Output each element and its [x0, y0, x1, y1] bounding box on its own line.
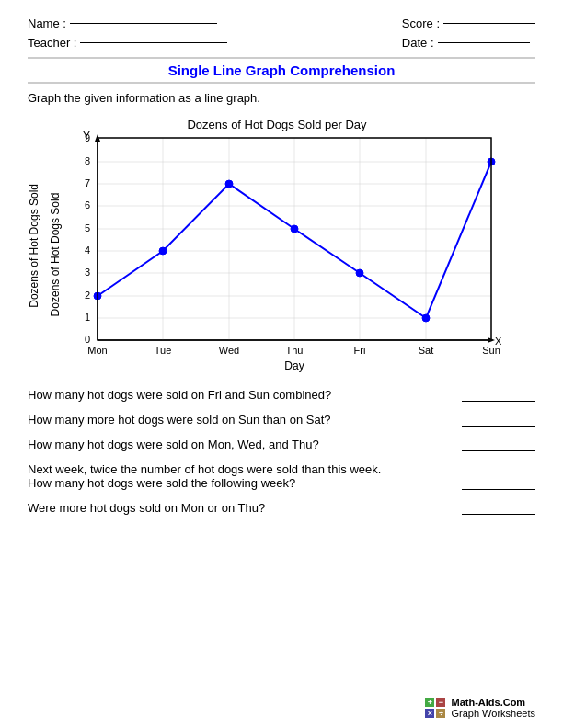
- footer-logo: + − × ÷: [425, 698, 445, 718]
- answer-5-line: [462, 514, 535, 515]
- footer-text: Math-Aids.Com Graph Worksheets: [451, 697, 535, 719]
- footer: + − × ÷ Math-Aids.Com Graph Worksheets: [425, 697, 535, 719]
- teacher-field: Teacher :: [28, 36, 227, 50]
- logo-cell-green: +: [425, 698, 434, 707]
- date-line: [438, 42, 530, 43]
- name-line: [70, 23, 217, 24]
- footer-subtitle: Graph Worksheets: [451, 708, 535, 719]
- svg-text:7: 7: [85, 177, 90, 188]
- svg-text:Sun: Sun: [482, 345, 500, 356]
- svg-text:0: 0: [85, 334, 90, 345]
- svg-text:4: 4: [85, 245, 90, 256]
- graph-container: Dozens of Hot Dogs Sold Dozens of Hot Do…: [28, 112, 535, 379]
- score-line: [443, 23, 535, 24]
- svg-point-45: [291, 225, 298, 233]
- question-2-row: How many more hot dogs were sold on Sun …: [28, 413, 535, 427]
- svg-point-47: [422, 314, 430, 322]
- question-4-text: Next week, twice the number of hot dogs …: [28, 462, 453, 490]
- date-label: Date :: [402, 36, 434, 50]
- svg-text:Wed: Wed: [219, 345, 239, 356]
- svg-point-44: [225, 180, 233, 188]
- question-3-row: How many hot dogs were sold on Mon, Wed,…: [28, 438, 535, 451]
- questions: How many hot dogs were sold on Fri and S…: [28, 388, 535, 515]
- score-field: Score :: [402, 17, 535, 30]
- y-axis-label: Dozens of Hot Dogs Sold: [28, 184, 40, 308]
- svg-text:Sat: Sat: [419, 345, 434, 356]
- name-field: Name :: [28, 17, 227, 30]
- graph-area: Dozens of Hot Dogs Sold per Day Dozens o…: [42, 112, 535, 379]
- svg-text:Mon: Mon: [87, 345, 107, 356]
- svg-text:Thu: Thu: [286, 345, 304, 356]
- name-label: Name :: [28, 17, 66, 30]
- logo-bottom-row: × ÷: [425, 709, 445, 718]
- line-chart: Dozens of Hot Dogs Sold per Day Dozens o…: [42, 112, 511, 379]
- svg-text:5: 5: [85, 222, 90, 233]
- svg-text:Dozens of Hot Dogs Sold: Dozens of Hot Dogs Sold: [49, 193, 62, 317]
- question-4-row: Next week, twice the number of hot dogs …: [28, 462, 535, 490]
- teacher-line: [80, 42, 227, 43]
- svg-text:9: 9: [85, 132, 90, 143]
- svg-text:Day: Day: [284, 359, 304, 372]
- svg-text:3: 3: [85, 267, 90, 278]
- question-3-text: How many hot dogs were sold on Mon, Wed,…: [28, 438, 453, 451]
- footer-site: Math-Aids.Com: [451, 697, 535, 708]
- svg-text:Tue: Tue: [155, 345, 172, 356]
- teacher-label: Teacher :: [28, 36, 76, 50]
- svg-text:1: 1: [85, 312, 90, 323]
- answer-1-line: [462, 401, 535, 402]
- svg-text:8: 8: [85, 155, 90, 166]
- question-5-text: Were more hot dogs sold on Mon or on Thu…: [28, 501, 453, 515]
- instruction: Graph the given information as a line gr…: [28, 91, 535, 105]
- logo-cell-orange: ÷: [436, 709, 445, 718]
- logo-cell-red: −: [436, 698, 445, 707]
- answer-2-line: [462, 426, 535, 427]
- answer-3-line: [462, 450, 535, 451]
- question-5-row: Were more hot dogs sold on Mon or on Thu…: [28, 501, 535, 515]
- section-title: Single Line Graph Comprehension: [28, 57, 535, 84]
- chart-title: Dozens of Hot Dogs Sold per Day: [187, 118, 367, 131]
- question-2-text: How many more hot dogs were sold on Sun …: [28, 413, 453, 427]
- date-field: Date :: [402, 36, 535, 50]
- svg-point-43: [159, 247, 167, 255]
- score-label: Score :: [402, 17, 440, 30]
- logo-top-row: + −: [425, 698, 445, 707]
- header-right: Score : Date :: [402, 17, 535, 50]
- question-1-row: How many hot dogs were sold on Fri and S…: [28, 388, 535, 402]
- svg-text:Fri: Fri: [354, 345, 366, 356]
- logo-cell-blue: ×: [425, 709, 434, 718]
- svg-point-46: [356, 269, 363, 277]
- answer-4-line: [462, 489, 535, 490]
- svg-text:2: 2: [85, 290, 90, 301]
- header: Name : Teacher : Score : Date :: [28, 17, 535, 50]
- svg-text:6: 6: [85, 199, 90, 210]
- header-left: Name : Teacher :: [28, 17, 227, 50]
- question-1-text: How many hot dogs were sold on Fri and S…: [28, 388, 453, 402]
